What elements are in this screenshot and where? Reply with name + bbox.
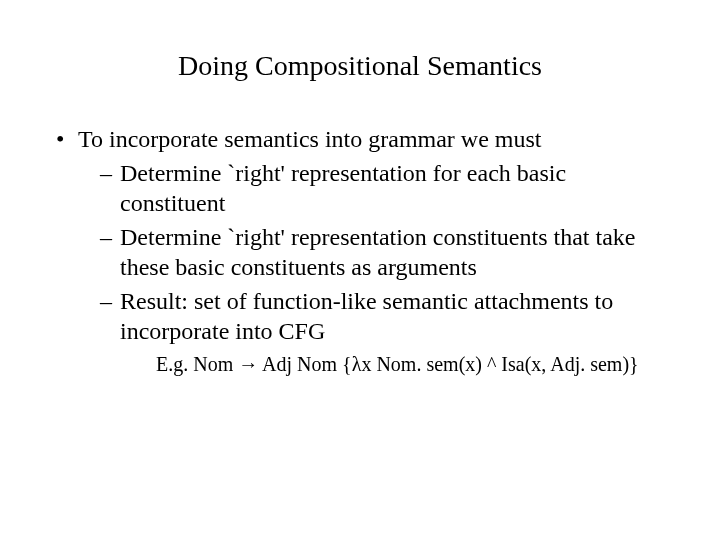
slide: Doing Compositional Semantics To incorpo… [0,0,720,540]
bullet-level2-a: Determine `right' representation for eac… [50,158,670,218]
bullet-level1: To incorporate semantics into grammar we… [50,124,670,154]
bullet-level2-c: Result: set of function-like semantic at… [50,286,670,346]
bullet-level2-b: Determine `right' representation constit… [50,222,670,282]
bullet-text: Determine `right' representation constit… [120,224,635,280]
bullet-level3: E.g. Nom → Adj Nom {λx Nom. sem(x) ^ Isa… [50,352,670,377]
bullet-text: Result: set of function-like semantic at… [120,288,613,344]
slide-title: Doing Compositional Semantics [50,50,670,82]
bullet-text: To incorporate semantics into grammar we… [78,126,542,152]
bullet-text: E.g. Nom → Adj Nom {λx Nom. sem(x) ^ Isa… [156,352,670,377]
bullet-text: Determine `right' representation for eac… [120,160,566,216]
